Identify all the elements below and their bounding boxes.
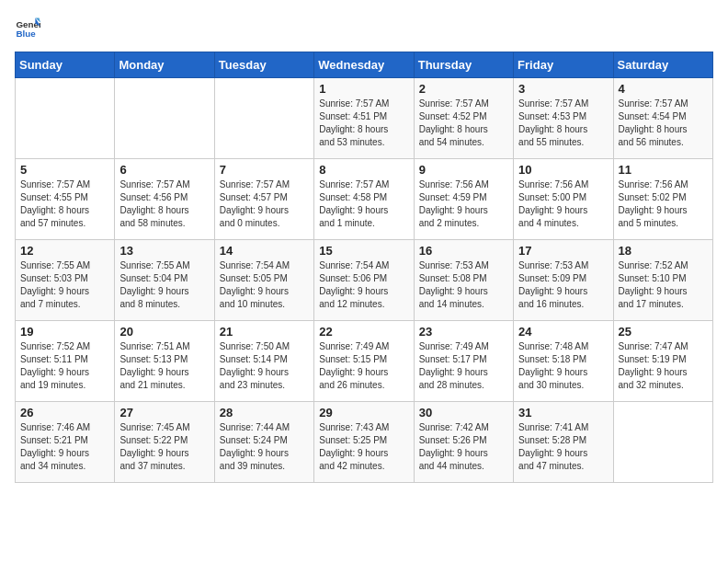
header-cell-friday: Friday — [514, 52, 613, 78]
day-info: Sunrise: 7:44 AM Sunset: 5:24 PM Dayligh… — [220, 421, 309, 473]
day-number: 17 — [518, 244, 608, 258]
day-info: Sunrise: 7:53 AM Sunset: 5:09 PM Dayligh… — [518, 259, 608, 311]
header-cell-wednesday: Wednesday — [314, 52, 414, 78]
day-cell: 27Sunrise: 7:45 AM Sunset: 5:22 PM Dayli… — [115, 402, 214, 483]
day-info: Sunrise: 7:57 AM Sunset: 4:56 PM Dayligh… — [119, 178, 209, 230]
day-number: 14 — [220, 244, 309, 258]
week-row-1: 1Sunrise: 7:57 AM Sunset: 4:51 PM Daylig… — [16, 78, 713, 159]
day-info: Sunrise: 7:57 AM Sunset: 4:53 PM Dayligh… — [518, 98, 608, 149]
day-number: 26 — [20, 406, 109, 419]
day-cell: 12Sunrise: 7:55 AM Sunset: 5:03 PM Dayli… — [16, 240, 115, 321]
day-cell: 2Sunrise: 7:57 AM Sunset: 4:52 PM Daylig… — [414, 78, 513, 159]
day-cell: 24Sunrise: 7:48 AM Sunset: 5:18 PM Dayli… — [514, 321, 613, 402]
day-info: Sunrise: 7:55 AM Sunset: 5:03 PM Dayligh… — [20, 259, 109, 311]
day-cell: 28Sunrise: 7:44 AM Sunset: 5:24 PM Dayli… — [214, 402, 313, 483]
day-cell: 6Sunrise: 7:57 AM Sunset: 4:56 PM Daylig… — [115, 159, 214, 240]
calendar-table: SundayMondayTuesdayWednesdayThursdayFrid… — [15, 52, 713, 483]
day-number: 5 — [20, 163, 109, 177]
day-number: 11 — [619, 163, 708, 177]
day-cell: 22Sunrise: 7:49 AM Sunset: 5:15 PM Dayli… — [314, 321, 414, 402]
day-cell: 29Sunrise: 7:43 AM Sunset: 5:25 PM Dayli… — [314, 402, 414, 483]
day-info: Sunrise: 7:41 AM Sunset: 5:28 PM Dayligh… — [518, 421, 608, 473]
day-number: 1 — [319, 82, 408, 96]
day-info: Sunrise: 7:57 AM Sunset: 4:58 PM Dayligh… — [319, 178, 408, 230]
day-cell: 7Sunrise: 7:57 AM Sunset: 4:57 PM Daylig… — [214, 159, 313, 240]
day-info: Sunrise: 7:49 AM Sunset: 5:15 PM Dayligh… — [319, 340, 408, 392]
day-info: Sunrise: 7:55 AM Sunset: 5:04 PM Dayligh… — [119, 259, 209, 311]
day-number: 23 — [419, 325, 508, 339]
day-cell: 14Sunrise: 7:54 AM Sunset: 5:05 PM Dayli… — [214, 240, 313, 321]
day-number: 29 — [319, 406, 408, 419]
header-cell-saturday: Saturday — [613, 52, 712, 78]
day-number: 7 — [220, 163, 309, 177]
day-number: 9 — [419, 163, 508, 177]
day-info: Sunrise: 7:49 AM Sunset: 5:17 PM Dayligh… — [419, 340, 508, 392]
day-number: 21 — [220, 325, 309, 339]
day-info: Sunrise: 7:52 AM Sunset: 5:10 PM Dayligh… — [619, 259, 708, 311]
day-cell: 3Sunrise: 7:57 AM Sunset: 4:53 PM Daylig… — [514, 78, 613, 159]
header-cell-tuesday: Tuesday — [214, 52, 313, 78]
day-number: 22 — [319, 325, 408, 339]
day-number: 30 — [419, 406, 508, 419]
day-info: Sunrise: 7:54 AM Sunset: 5:06 PM Dayligh… — [319, 259, 408, 311]
day-number: 15 — [319, 244, 408, 258]
day-info: Sunrise: 7:52 AM Sunset: 5:11 PM Dayligh… — [20, 340, 109, 392]
day-cell: 10Sunrise: 7:56 AM Sunset: 5:00 PM Dayli… — [514, 159, 613, 240]
header-cell-sunday: Sunday — [16, 52, 115, 78]
day-info: Sunrise: 7:56 AM Sunset: 5:02 PM Dayligh… — [619, 178, 708, 230]
day-number: 2 — [419, 82, 508, 96]
day-number: 20 — [119, 325, 209, 339]
day-cell: 16Sunrise: 7:53 AM Sunset: 5:08 PM Dayli… — [414, 240, 513, 321]
day-cell: 19Sunrise: 7:52 AM Sunset: 5:11 PM Dayli… — [16, 321, 115, 402]
day-number: 8 — [319, 163, 408, 177]
day-cell — [16, 78, 115, 159]
day-number: 3 — [518, 82, 608, 96]
header-row: SundayMondayTuesdayWednesdayThursdayFrid… — [16, 52, 713, 78]
day-cell: 25Sunrise: 7:47 AM Sunset: 5:19 PM Dayli… — [613, 321, 712, 402]
day-number: 31 — [518, 406, 608, 419]
day-cell: 4Sunrise: 7:57 AM Sunset: 4:54 PM Daylig… — [613, 78, 712, 159]
week-row-3: 12Sunrise: 7:55 AM Sunset: 5:03 PM Dayli… — [16, 240, 713, 321]
day-cell: 17Sunrise: 7:53 AM Sunset: 5:09 PM Dayli… — [514, 240, 613, 321]
day-cell — [214, 78, 313, 159]
day-number: 27 — [119, 406, 209, 419]
day-number: 24 — [518, 325, 608, 339]
day-cell: 23Sunrise: 7:49 AM Sunset: 5:17 PM Dayli… — [414, 321, 513, 402]
day-cell: 8Sunrise: 7:57 AM Sunset: 4:58 PM Daylig… — [314, 159, 414, 240]
day-cell: 21Sunrise: 7:50 AM Sunset: 5:14 PM Dayli… — [214, 321, 313, 402]
day-info: Sunrise: 7:53 AM Sunset: 5:08 PM Dayligh… — [419, 259, 508, 311]
day-number: 25 — [619, 325, 708, 339]
day-info: Sunrise: 7:57 AM Sunset: 4:51 PM Dayligh… — [319, 98, 408, 149]
day-number: 10 — [518, 163, 608, 177]
day-cell: 5Sunrise: 7:57 AM Sunset: 4:55 PM Daylig… — [16, 159, 115, 240]
logo: General Blue — [15, 15, 40, 40]
day-info: Sunrise: 7:57 AM Sunset: 4:55 PM Dayligh… — [20, 178, 109, 230]
day-number: 13 — [119, 244, 209, 258]
logo-icon: General Blue — [15, 15, 40, 40]
day-cell — [613, 402, 712, 483]
day-info: Sunrise: 7:43 AM Sunset: 5:25 PM Dayligh… — [319, 421, 408, 473]
week-row-4: 19Sunrise: 7:52 AM Sunset: 5:11 PM Dayli… — [16, 321, 713, 402]
day-info: Sunrise: 7:57 AM Sunset: 4:52 PM Dayligh… — [419, 98, 508, 149]
header-cell-thursday: Thursday — [414, 52, 513, 78]
day-number: 4 — [619, 82, 708, 96]
day-info: Sunrise: 7:47 AM Sunset: 5:19 PM Dayligh… — [619, 340, 708, 392]
day-number: 16 — [419, 244, 508, 258]
day-cell: 11Sunrise: 7:56 AM Sunset: 5:02 PM Dayli… — [613, 159, 712, 240]
day-cell: 18Sunrise: 7:52 AM Sunset: 5:10 PM Dayli… — [613, 240, 712, 321]
day-cell: 31Sunrise: 7:41 AM Sunset: 5:28 PM Dayli… — [514, 402, 613, 483]
day-info: Sunrise: 7:56 AM Sunset: 5:00 PM Dayligh… — [518, 178, 608, 230]
day-number: 6 — [119, 163, 209, 177]
day-cell: 20Sunrise: 7:51 AM Sunset: 5:13 PM Dayli… — [115, 321, 214, 402]
week-row-5: 26Sunrise: 7:46 AM Sunset: 5:21 PM Dayli… — [16, 402, 713, 483]
day-number: 18 — [619, 244, 708, 258]
day-cell: 15Sunrise: 7:54 AM Sunset: 5:06 PM Dayli… — [314, 240, 414, 321]
day-cell: 9Sunrise: 7:56 AM Sunset: 4:59 PM Daylig… — [414, 159, 513, 240]
day-cell: 26Sunrise: 7:46 AM Sunset: 5:21 PM Dayli… — [16, 402, 115, 483]
svg-text:Blue: Blue — [16, 29, 36, 39]
day-number: 19 — [20, 325, 109, 339]
day-info: Sunrise: 7:57 AM Sunset: 4:57 PM Dayligh… — [220, 178, 309, 230]
week-row-2: 5Sunrise: 7:57 AM Sunset: 4:55 PM Daylig… — [16, 159, 713, 240]
day-info: Sunrise: 7:42 AM Sunset: 5:26 PM Dayligh… — [419, 421, 508, 473]
day-info: Sunrise: 7:45 AM Sunset: 5:22 PM Dayligh… — [119, 421, 209, 473]
